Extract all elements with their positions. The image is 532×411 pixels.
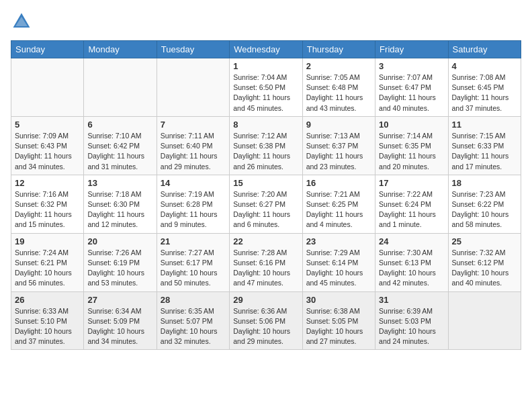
logo-icon: [11, 11, 32, 32]
day-number: 25: [452, 236, 517, 246]
page-header: [11, 11, 521, 32]
weekday-header-wednesday: Wednesday: [230, 41, 302, 58]
week-row-2: 5Sunrise: 7:09 AM Sunset: 6:43 PM Daylig…: [11, 116, 521, 175]
day-number: 3: [379, 61, 444, 71]
day-info: Sunrise: 7:27 AM Sunset: 6:17 PM Dayligh…: [161, 248, 226, 289]
day-info: Sunrise: 7:16 AM Sunset: 6:32 PM Dayligh…: [15, 189, 80, 230]
logo: [11, 11, 35, 32]
calendar-cell: 15Sunrise: 7:20 AM Sunset: 6:27 PM Dayli…: [230, 175, 302, 233]
day-info: Sunrise: 7:09 AM Sunset: 6:43 PM Dayligh…: [15, 131, 80, 172]
calendar-cell: 22Sunrise: 7:28 AM Sunset: 6:16 PM Dayli…: [230, 233, 302, 291]
day-info: Sunrise: 7:12 AM Sunset: 6:38 PM Dayligh…: [233, 131, 298, 172]
day-number: 18: [452, 178, 517, 188]
day-number: 16: [306, 178, 371, 188]
calendar-cell: 6Sunrise: 7:10 AM Sunset: 6:42 PM Daylig…: [84, 116, 157, 175]
day-number: 9: [306, 120, 371, 130]
day-number: 2: [306, 61, 371, 71]
calendar-cell: 21Sunrise: 7:27 AM Sunset: 6:17 PM Dayli…: [157, 233, 229, 291]
day-number: 26: [15, 295, 80, 305]
day-number: 13: [87, 178, 152, 188]
calendar-cell: 29Sunrise: 6:36 AM Sunset: 5:06 PM Dayli…: [230, 291, 302, 350]
day-number: 14: [161, 178, 226, 188]
day-number: 7: [161, 120, 226, 130]
day-number: 15: [233, 178, 298, 188]
calendar-cell: 9Sunrise: 7:13 AM Sunset: 6:37 PM Daylig…: [302, 116, 375, 175]
day-info: Sunrise: 7:08 AM Sunset: 6:45 PM Dayligh…: [452, 73, 517, 113]
day-info: Sunrise: 7:10 AM Sunset: 6:42 PM Dayligh…: [87, 131, 152, 172]
day-number: 10: [379, 120, 444, 130]
day-info: Sunrise: 6:35 AM Sunset: 5:07 PM Dayligh…: [161, 306, 226, 347]
day-info: Sunrise: 7:21 AM Sunset: 6:25 PM Dayligh…: [306, 189, 371, 230]
calendar-cell: [84, 58, 157, 117]
calendar-table: SundayMondayTuesdayWednesdayThursdayFrid…: [11, 40, 521, 350]
calendar-cell: 24Sunrise: 7:30 AM Sunset: 6:13 PM Dayli…: [375, 233, 448, 291]
day-number: 28: [161, 295, 226, 305]
calendar-cell: 12Sunrise: 7:16 AM Sunset: 6:32 PM Dayli…: [11, 175, 84, 233]
weekday-header-tuesday: Tuesday: [157, 41, 229, 58]
week-row-1: 1Sunrise: 7:04 AM Sunset: 6:50 PM Daylig…: [11, 58, 521, 117]
calendar-cell: 5Sunrise: 7:09 AM Sunset: 6:43 PM Daylig…: [11, 116, 84, 175]
day-number: 6: [87, 120, 152, 130]
day-info: Sunrise: 7:04 AM Sunset: 6:50 PM Dayligh…: [233, 73, 298, 113]
day-info: Sunrise: 6:34 AM Sunset: 5:09 PM Dayligh…: [87, 306, 152, 347]
day-number: 17: [379, 178, 444, 188]
day-number: 21: [161, 236, 226, 246]
day-info: Sunrise: 7:30 AM Sunset: 6:13 PM Dayligh…: [379, 248, 444, 289]
day-number: 24: [379, 236, 444, 246]
day-number: 23: [306, 236, 371, 246]
calendar-cell: 13Sunrise: 7:18 AM Sunset: 6:30 PM Dayli…: [84, 175, 157, 233]
calendar-cell: 7Sunrise: 7:11 AM Sunset: 6:40 PM Daylig…: [157, 116, 229, 175]
calendar-cell: 2Sunrise: 7:05 AM Sunset: 6:48 PM Daylig…: [302, 58, 375, 117]
calendar-cell: 18Sunrise: 7:23 AM Sunset: 6:22 PM Dayli…: [448, 175, 521, 233]
weekday-header-monday: Monday: [84, 41, 157, 58]
calendar-cell: 30Sunrise: 6:38 AM Sunset: 5:05 PM Dayli…: [302, 291, 375, 350]
day-number: 4: [452, 61, 517, 71]
day-number: 11: [452, 120, 517, 130]
day-info: Sunrise: 7:32 AM Sunset: 6:12 PM Dayligh…: [452, 248, 517, 289]
day-number: 1: [233, 61, 298, 71]
day-number: 20: [87, 236, 152, 246]
day-info: Sunrise: 7:24 AM Sunset: 6:21 PM Dayligh…: [15, 248, 80, 289]
day-info: Sunrise: 7:13 AM Sunset: 6:37 PM Dayligh…: [306, 131, 371, 172]
day-number: 31: [379, 295, 444, 305]
day-info: Sunrise: 7:18 AM Sunset: 6:30 PM Dayligh…: [87, 189, 152, 230]
calendar-cell: [157, 58, 229, 117]
weekday-header-saturday: Saturday: [448, 41, 521, 58]
day-number: 27: [87, 295, 152, 305]
calendar-cell: 3Sunrise: 7:07 AM Sunset: 6:47 PM Daylig…: [375, 58, 448, 117]
day-number: 22: [233, 236, 298, 246]
week-row-5: 26Sunrise: 6:33 AM Sunset: 5:10 PM Dayli…: [11, 291, 521, 350]
weekday-header-thursday: Thursday: [302, 41, 375, 58]
calendar-cell: 31Sunrise: 6:39 AM Sunset: 5:03 PM Dayli…: [375, 291, 448, 350]
weekday-header-sunday: Sunday: [11, 41, 84, 58]
week-row-3: 12Sunrise: 7:16 AM Sunset: 6:32 PM Dayli…: [11, 175, 521, 233]
calendar-cell: 19Sunrise: 7:24 AM Sunset: 6:21 PM Dayli…: [11, 233, 84, 291]
day-info: Sunrise: 6:38 AM Sunset: 5:05 PM Dayligh…: [306, 306, 371, 347]
day-info: Sunrise: 7:19 AM Sunset: 6:28 PM Dayligh…: [161, 189, 226, 230]
weekday-header-row: SundayMondayTuesdayWednesdayThursdayFrid…: [11, 41, 521, 58]
day-info: Sunrise: 7:22 AM Sunset: 6:24 PM Dayligh…: [379, 189, 444, 230]
calendar-cell: 17Sunrise: 7:22 AM Sunset: 6:24 PM Dayli…: [375, 175, 448, 233]
weekday-header-friday: Friday: [375, 41, 448, 58]
calendar-cell: 20Sunrise: 7:26 AM Sunset: 6:19 PM Dayli…: [84, 233, 157, 291]
day-info: Sunrise: 6:39 AM Sunset: 5:03 PM Dayligh…: [379, 306, 444, 347]
day-info: Sunrise: 7:28 AM Sunset: 6:16 PM Dayligh…: [233, 248, 298, 289]
day-info: Sunrise: 7:23 AM Sunset: 6:22 PM Dayligh…: [452, 189, 517, 230]
calendar-cell: 25Sunrise: 7:32 AM Sunset: 6:12 PM Dayli…: [448, 233, 521, 291]
calendar-cell: 23Sunrise: 7:29 AM Sunset: 6:14 PM Dayli…: [302, 233, 375, 291]
day-info: Sunrise: 6:36 AM Sunset: 5:06 PM Dayligh…: [233, 306, 298, 347]
calendar-cell: 28Sunrise: 6:35 AM Sunset: 5:07 PM Dayli…: [157, 291, 229, 350]
week-row-4: 19Sunrise: 7:24 AM Sunset: 6:21 PM Dayli…: [11, 233, 521, 291]
day-info: Sunrise: 7:11 AM Sunset: 6:40 PM Dayligh…: [161, 131, 226, 172]
day-info: Sunrise: 7:07 AM Sunset: 6:47 PM Dayligh…: [379, 73, 444, 113]
day-info: Sunrise: 7:14 AM Sunset: 6:35 PM Dayligh…: [379, 131, 444, 172]
day-info: Sunrise: 6:33 AM Sunset: 5:10 PM Dayligh…: [15, 306, 80, 347]
calendar-cell: 27Sunrise: 6:34 AM Sunset: 5:09 PM Dayli…: [84, 291, 157, 350]
calendar-cell: [11, 58, 84, 117]
day-number: 12: [15, 178, 80, 188]
day-number: 29: [233, 295, 298, 305]
day-info: Sunrise: 7:20 AM Sunset: 6:27 PM Dayligh…: [233, 189, 298, 230]
day-number: 30: [306, 295, 371, 305]
calendar-cell: 14Sunrise: 7:19 AM Sunset: 6:28 PM Dayli…: [157, 175, 229, 233]
day-info: Sunrise: 7:29 AM Sunset: 6:14 PM Dayligh…: [306, 248, 371, 289]
